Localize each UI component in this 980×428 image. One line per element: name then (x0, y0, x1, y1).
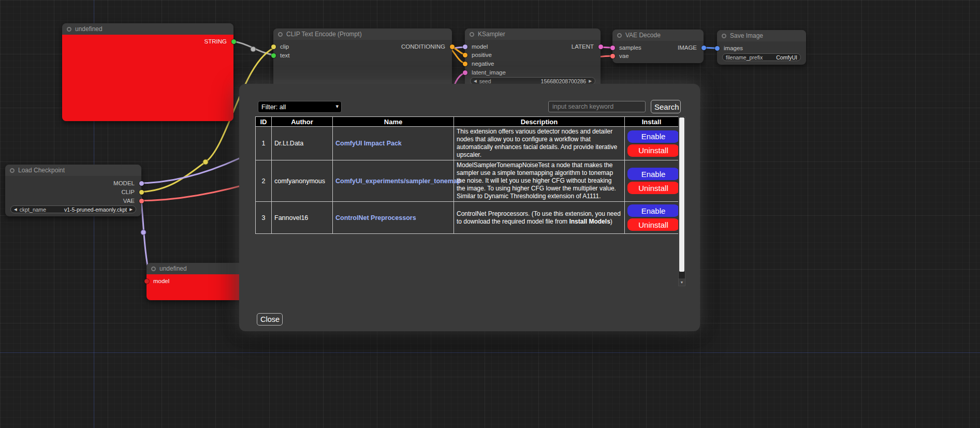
widget-value[interactable]: 156680208700286 (541, 78, 587, 84)
increment-icon[interactable]: ▶ (589, 79, 592, 83)
table-scrollbar[interactable]: ▼ (678, 116, 685, 286)
extension-link[interactable]: ComfyUI Impact Pack (335, 140, 402, 147)
node-title: undefined (75, 25, 103, 33)
ckpt-name-widget[interactable]: ◀ ckpt_name v1-5-pruned-emaonly.ckpt ▶ (10, 205, 136, 213)
node-vae-decode[interactable]: VAE Decode samples vae IMAGE (612, 29, 704, 63)
cell-author: comfyanonymous (272, 160, 333, 202)
collapse-dot-icon[interactable] (722, 34, 726, 38)
input-slot-model[interactable]: model (153, 277, 169, 285)
node-title-bar[interactable]: KSampler (465, 28, 601, 40)
node-title-bar[interactable]: Load Checkpoint (5, 165, 141, 176)
input-slot-samples[interactable]: samples (619, 43, 641, 52)
input-dot-samples[interactable] (610, 46, 615, 50)
filter-select[interactable]: Filter: all (258, 101, 342, 113)
input-slot-images[interactable]: images (724, 44, 743, 52)
input-dot-clip[interactable] (271, 45, 276, 49)
widget-value[interactable]: v1-5-pruned-emaonly.ckpt (64, 206, 127, 213)
enable-button[interactable]: Enable (627, 168, 679, 180)
search-input[interactable] (548, 101, 646, 112)
output-slot-conditioning[interactable]: CONDITIONING (401, 42, 445, 51)
input-dot-text[interactable] (271, 53, 276, 58)
node-undefined-top[interactable]: undefined STRING (62, 23, 233, 121)
collapse-dot-icon[interactable] (10, 168, 14, 173)
input-slot-positive[interactable]: positive (472, 51, 492, 59)
widget-label: seed (479, 78, 491, 84)
description-text: ) (610, 218, 612, 225)
node-body: model (147, 274, 243, 300)
input-dot-positive[interactable] (463, 53, 467, 57)
widget-value[interactable]: ComfyUI (776, 54, 797, 61)
node-undefined-bottom[interactable]: undefined model (147, 263, 243, 300)
description-bold: Install Models (569, 218, 610, 225)
col-header-id: ID (256, 117, 272, 127)
decrement-icon[interactable]: ◀ (474, 79, 477, 83)
node-title-bar[interactable]: undefined (62, 23, 233, 35)
input-dot-negative[interactable] (463, 62, 467, 66)
input-slot-text[interactable]: text (280, 51, 290, 60)
output-dot-image[interactable] (701, 46, 706, 50)
input-slot-latent-image[interactable]: latent_image (472, 68, 506, 77)
collapse-dot-icon[interactable] (617, 33, 622, 38)
collapse-dot-icon[interactable] (278, 32, 283, 37)
node-title-bar[interactable]: CLIP Text Encode (Prompt) (273, 28, 452, 40)
cell-id: 3 (256, 202, 272, 234)
cell-name: ComfyUI Impact Pack (333, 127, 454, 160)
search-button[interactable]: Search (651, 100, 681, 113)
close-button[interactable]: Close (257, 313, 283, 326)
collapse-dot-icon[interactable] (67, 27, 71, 32)
output-dot-string[interactable] (231, 39, 236, 44)
output-dot-vae[interactable] (139, 199, 144, 203)
output-dot-clip[interactable] (139, 190, 144, 195)
reroute-dot-clip[interactable] (203, 159, 208, 165)
output-dot-conditioning[interactable] (450, 45, 455, 49)
output-dot-model[interactable] (139, 181, 144, 186)
collapse-dot-icon[interactable] (470, 32, 474, 37)
prev-option-icon[interactable]: ◀ (14, 207, 17, 212)
node-load-checkpoint[interactable]: Load Checkpoint MODEL CLIP VAE ◀ ckpt_na… (5, 165, 141, 216)
input-dot-model[interactable] (144, 279, 149, 284)
uninstall-button[interactable]: Uninstall (627, 144, 679, 157)
input-dot-latent-image[interactable] (463, 70, 467, 75)
cell-id: 2 (256, 160, 272, 202)
node-title-bar[interactable]: undefined (147, 263, 243, 274)
output-dot-latent[interactable] (598, 45, 603, 49)
slot-label: LATENT (572, 43, 594, 50)
uninstall-button[interactable]: Uninstall (627, 182, 679, 194)
extension-link[interactable]: ControlNet Preprocessors (335, 214, 416, 222)
output-slot-model[interactable]: MODEL (113, 179, 135, 187)
enable-button[interactable]: Enable (627, 130, 679, 143)
cell-description: ModelSamplerTonemapNoiseTest a node that… (454, 160, 625, 202)
node-title-bar[interactable]: Save Image (717, 30, 806, 41)
next-option-icon[interactable]: ▶ (129, 207, 133, 212)
enable-button[interactable]: Enable (627, 204, 679, 217)
scroll-down-button[interactable]: ▼ (679, 278, 685, 286)
output-slot-vae[interactable]: VAE (123, 197, 135, 205)
extension-link[interactable]: ComfyUI_experiments/sampler_tonemap (335, 178, 461, 185)
output-slot-string[interactable]: STRING (204, 37, 227, 46)
reroute-dot-model[interactable] (141, 230, 146, 235)
slot-label: CLIP (121, 189, 135, 195)
scrollbar-thumb[interactable] (679, 117, 684, 272)
uninstall-button[interactable]: Uninstall (627, 218, 679, 231)
input-dot-images[interactable] (715, 46, 720, 51)
filename-prefix-widget[interactable]: filename_prefix ComfyUI (722, 53, 801, 61)
filter-dropdown[interactable]: Filter: all ▾ (258, 101, 342, 113)
node-save-image[interactable]: Save Image images filename_prefix ComfyU… (717, 30, 806, 65)
output-slot-clip[interactable]: CLIP (121, 188, 135, 196)
input-slot-model[interactable]: model (472, 42, 488, 51)
reroute-dot-string[interactable] (251, 47, 256, 52)
input-slot-negative[interactable]: negative (472, 60, 494, 68)
input-slot-clip[interactable]: clip (280, 42, 289, 51)
slot-label: vae (619, 53, 629, 59)
node-editor-canvas[interactable]: undefined STRING CLIP Text Encode (Promp… (0, 0, 980, 428)
input-dot-vae[interactable] (610, 54, 615, 58)
output-slot-latent[interactable]: LATENT (572, 42, 594, 51)
input-slot-vae[interactable]: vae (619, 52, 629, 60)
input-dot-model[interactable] (463, 45, 467, 49)
slot-label: model (153, 278, 169, 284)
collapse-dot-icon[interactable] (151, 267, 156, 271)
node-title: undefined (159, 265, 187, 272)
output-slot-image[interactable]: IMAGE (678, 43, 697, 52)
table-row: 2 comfyanonymous ComfyUI_experiments/sam… (256, 160, 679, 202)
node-title-bar[interactable]: VAE Decode (612, 29, 704, 41)
